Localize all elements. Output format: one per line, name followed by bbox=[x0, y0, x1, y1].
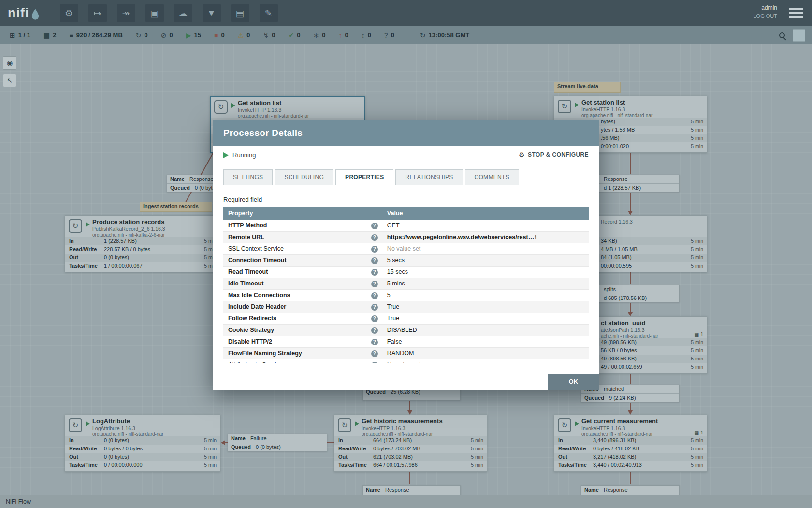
remote-process-group-tool-button[interactable]: ☁ bbox=[174, 4, 192, 22]
breadcrumb[interactable]: NiFi Flow bbox=[0, 495, 812, 508]
running-icon bbox=[86, 222, 90, 227]
search-panel-button[interactable] bbox=[793, 29, 805, 42]
stat-window: 5 min bbox=[691, 254, 703, 262]
global-menu-button[interactable] bbox=[789, 8, 803, 18]
refresh-icon[interactable]: ↻ bbox=[420, 31, 426, 39]
stat-window: 5 min bbox=[471, 445, 483, 453]
property-value-cell[interactable]: False bbox=[382, 336, 541, 347]
info-icon: ℹ bbox=[535, 232, 537, 243]
tab-settings[interactable]: SETTINGS bbox=[223, 169, 273, 185]
property-value-cell[interactable]: GET bbox=[382, 220, 541, 231]
processor-header: ↻Produce station recordsPublishKafkaReco… bbox=[65, 216, 220, 237]
stat-row: Read/Write0 bytes / 418.02 KB5 min bbox=[554, 445, 707, 453]
stat-window: 5 min bbox=[691, 126, 703, 134]
template-tool-button[interactable]: ▤ bbox=[231, 4, 249, 22]
property-value-cell[interactable]: DISABLED bbox=[382, 325, 541, 336]
status-locally-modified-stale-count: 0 bbox=[368, 31, 371, 39]
property-name: Attributes to Send bbox=[228, 359, 276, 363]
property-name: Disable HTTP/2 bbox=[228, 336, 272, 347]
processor-header: ↻Get station listInvokeHTTP 1.16.3org.ap… bbox=[211, 97, 364, 118]
logout-link[interactable]: LOG OUT bbox=[753, 13, 777, 19]
run-status-label: Running bbox=[232, 151, 256, 159]
connection-field-label: Name bbox=[170, 176, 185, 182]
status-queued: ≡920 / 264.29 MB bbox=[70, 31, 123, 39]
processor-logattribute[interactable]: ↻LogAttributeLogAttribute 1.16.3org.apac… bbox=[65, 415, 220, 472]
stat-value: 56 KB / 0 bytes bbox=[601, 346, 637, 355]
operate-palette-button[interactable]: ↖ bbox=[3, 74, 16, 87]
output-port-tool-button[interactable]: ↠ bbox=[117, 4, 135, 22]
row-spacer bbox=[541, 301, 589, 313]
processor-header: ↻Get historic measurementsInvokeHTTP 1.1… bbox=[334, 415, 487, 436]
connection-row: NameResponse bbox=[581, 486, 679, 494]
stat-window: 5 min bbox=[471, 453, 483, 461]
property-name-cell: Disable HTTP/2? bbox=[223, 336, 382, 347]
processor-titles: Produce station recordsPublishKafkaRecor… bbox=[92, 218, 218, 238]
property-value: No value set bbox=[387, 243, 420, 254]
property-row: Include Date Header?True bbox=[223, 301, 589, 313]
stat-value: 1 / 00:00:00.067 bbox=[104, 262, 143, 270]
stat-window: 5 min bbox=[691, 346, 703, 355]
processor-icon: ↻ bbox=[69, 219, 82, 233]
last-refreshed: ↻ 13:00:58 GMT bbox=[420, 31, 469, 39]
property-value-cell[interactable]: No value set bbox=[382, 359, 541, 363]
property-value-cell[interactable]: True bbox=[382, 313, 541, 324]
processor-icon: ↻ bbox=[338, 418, 351, 432]
tab-properties[interactable]: PROPERTIES bbox=[335, 169, 393, 185]
stat-window: 5 min bbox=[204, 436, 217, 445]
connection-failure[interactable]: NameFailureQueued0 (0 bytes) bbox=[228, 434, 327, 451]
navigate-palette-button[interactable]: ◉ bbox=[3, 56, 16, 70]
processor-name: Produce station records bbox=[92, 218, 218, 225]
stat-label: Tasks/Time bbox=[338, 461, 367, 469]
property-value-cell[interactable]: https://www.pegelonline.wsv.de/webservic… bbox=[382, 232, 541, 243]
property-value-cell[interactable]: No value set bbox=[382, 243, 541, 254]
processor-tool-button[interactable]: ⚙ bbox=[60, 4, 78, 22]
status-not-transmitting: ⊘0 bbox=[161, 31, 173, 39]
stat-window: 5 min bbox=[691, 245, 703, 254]
processor-get-current-measurement[interactable]: ↻Get current measurementInvokeHTTP 1.16.… bbox=[554, 415, 707, 472]
tab-scheduling[interactable]: SCHEDULING bbox=[275, 169, 334, 185]
stat-label: Out bbox=[69, 254, 78, 262]
stop-configure-icon: ⚙ bbox=[519, 151, 525, 159]
processor-titles: Get station listInvokeHTTP 1.16.3org.apa… bbox=[238, 99, 362, 119]
processor-type: LogAttribute 1.16.3 bbox=[92, 425, 218, 431]
property-value-cell[interactable]: 5 mins bbox=[382, 278, 541, 289]
input-port-tool-button[interactable]: ↦ bbox=[88, 4, 107, 22]
status-sync-failure-count: 0 bbox=[391, 31, 394, 39]
property-value: True bbox=[387, 301, 399, 313]
processor-name: LogAttribute bbox=[92, 418, 218, 425]
status-stopped-count: 0 bbox=[221, 31, 224, 39]
stop-and-configure-button[interactable]: ⚙ STOP & CONFIGURE bbox=[519, 151, 589, 159]
stat-value: 0 (0 bytes) bbox=[104, 436, 129, 445]
label-ingest-station-records[interactable]: Ingest station records bbox=[140, 202, 212, 212]
stat-label: In bbox=[558, 436, 563, 445]
funnel-tool-button[interactable]: ▼ bbox=[203, 4, 221, 22]
process-group-tool-button[interactable]: ▣ bbox=[145, 4, 164, 22]
tab-comments[interactable]: COMMENTS bbox=[465, 169, 519, 185]
property-value-cell[interactable]: 5 secs bbox=[382, 255, 541, 266]
status-locally-modified-count: 0 bbox=[322, 31, 325, 39]
connected-nodes-icon: ⊞ bbox=[10, 31, 15, 39]
label-stream-live-data[interactable]: Stream live-data bbox=[554, 82, 621, 93]
search-icon[interactable] bbox=[779, 32, 785, 38]
property-value-cell[interactable]: True bbox=[382, 301, 541, 313]
input-port-icon: ↦ bbox=[94, 8, 102, 19]
property-value-cell[interactable]: 15 secs bbox=[382, 267, 541, 278]
active-threads-badge: ▦ 1 bbox=[694, 331, 703, 337]
property-value-cell[interactable]: RANDOM bbox=[382, 348, 541, 359]
label-tool-button[interactable]: ✎ bbox=[260, 4, 278, 22]
status-connected-nodes: ⊞1 / 1 bbox=[10, 31, 30, 39]
transmitting-icon: ↻ bbox=[136, 31, 142, 39]
funnel-icon: ▼ bbox=[207, 8, 216, 18]
processor-produce-station-records[interactable]: ↻Produce station recordsPublishKafkaReco… bbox=[65, 215, 220, 272]
stat-label: Out bbox=[558, 453, 567, 461]
connection-field-label: Name bbox=[366, 487, 380, 493]
ok-button[interactable]: OK bbox=[548, 374, 599, 390]
property-name-cell: Read Timeout? bbox=[223, 267, 382, 278]
property-value-cell[interactable]: 5 bbox=[382, 290, 541, 301]
connection-field-value: Response bbox=[189, 176, 214, 182]
tab-relationships[interactable]: RELATIONSHIPS bbox=[395, 169, 463, 185]
status-up-to-date-count: 0 bbox=[297, 31, 300, 39]
property-value: 15 secs bbox=[387, 267, 408, 278]
property-name: Idle Timeout bbox=[228, 278, 263, 289]
processor-get-historic-measurements[interactable]: ↻Get historic measurementsInvokeHTTP 1.1… bbox=[334, 415, 487, 472]
